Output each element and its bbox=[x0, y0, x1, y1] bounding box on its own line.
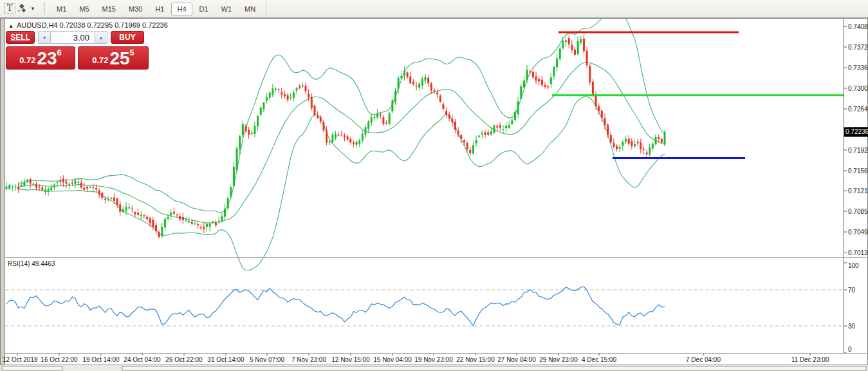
candle-body bbox=[224, 209, 226, 217]
candle-body bbox=[305, 86, 307, 91]
candle-body bbox=[14, 186, 16, 187]
candle-body bbox=[376, 113, 378, 118]
candle-body bbox=[284, 94, 286, 96]
tool-dropdown-caret[interactable]: ▼ bbox=[29, 3, 37, 15]
candle-body bbox=[272, 89, 273, 95]
chart-window-background bbox=[0, 18, 868, 371]
collapse-triangle-icon[interactable]: ▲ bbox=[8, 23, 14, 29]
date-axis-label: 24 Oct 04:00 bbox=[124, 356, 161, 363]
candle-body bbox=[382, 117, 384, 124]
date-axis-label: 4 Dec 15:00 bbox=[582, 356, 616, 363]
price-axis-label: 0.73720 bbox=[848, 44, 868, 51]
candle-body bbox=[371, 117, 373, 122]
price-axis-label: 0.71210 bbox=[848, 187, 868, 195]
candle-body bbox=[137, 213, 139, 214]
candle-body bbox=[607, 125, 609, 135]
text-tool-button[interactable]: T bbox=[4, 3, 15, 15]
price-axis-label: 0.70490 bbox=[848, 229, 868, 236]
scrollbar-track-segment[interactable] bbox=[2, 366, 62, 371]
candle-body bbox=[212, 222, 214, 222]
candle-body bbox=[173, 212, 175, 214]
rsi-indicator-label: RSI(14) 49.4463 bbox=[8, 260, 55, 267]
candle-body bbox=[287, 95, 289, 100]
sell-button-label: SELL bbox=[10, 33, 30, 42]
timeframe-button-M5[interactable]: M5 bbox=[73, 3, 95, 15]
candle-body bbox=[116, 198, 118, 205]
candle-body bbox=[496, 126, 498, 128]
date-axis-label: 7 Dec 04:00 bbox=[686, 356, 721, 363]
candle-body bbox=[485, 133, 486, 135]
candle-body bbox=[502, 129, 504, 130]
candle-body bbox=[349, 139, 351, 142]
volume-increase-button[interactable]: ▲ bbox=[95, 31, 107, 44]
candle-body bbox=[520, 86, 522, 99]
candle-body bbox=[421, 79, 423, 85]
candle-body bbox=[104, 199, 106, 200]
buy-price-base: 0.72 bbox=[92, 55, 108, 65]
timeframe-button-H1[interactable]: H1 bbox=[149, 3, 170, 15]
candle-body bbox=[469, 150, 471, 153]
candle-body bbox=[517, 101, 519, 114]
candle-body bbox=[326, 130, 328, 142]
date-axis-label: 11 Dec 23:00 bbox=[791, 356, 829, 363]
candle-body bbox=[95, 188, 97, 189]
buy-price-point: 5 bbox=[130, 48, 134, 57]
candle-body bbox=[586, 51, 588, 66]
candle-body bbox=[179, 216, 181, 219]
timeframe-button-H4[interactable]: H4 bbox=[171, 3, 192, 15]
candle-body bbox=[233, 167, 235, 186]
candle-body bbox=[48, 189, 50, 191]
trading-platform-window: 0.740800.737200.733600.730000.726400.722… bbox=[0, 0, 868, 371]
horizontal-scrollbar-thumb[interactable] bbox=[122, 366, 866, 371]
candle-body bbox=[613, 143, 614, 147]
sell-price-pips: 23 bbox=[37, 50, 57, 68]
candle-body bbox=[260, 108, 262, 115]
candle-body bbox=[439, 96, 441, 102]
date-axis-label: 16 Oct 22:00 bbox=[41, 356, 78, 363]
candle-body bbox=[445, 111, 447, 115]
candle-body bbox=[535, 77, 537, 81]
volume-decrease-button[interactable]: ▼ bbox=[38, 31, 51, 44]
candle-body bbox=[550, 77, 552, 84]
timeframe-button-M30[interactable]: M30 bbox=[123, 3, 148, 15]
candle-body bbox=[407, 72, 409, 77]
candle-body bbox=[643, 149, 645, 150]
volume-input[interactable]: 3.00 bbox=[51, 31, 95, 44]
trade-panel-price-row: 0.72 23 6 0.72 25 5 bbox=[6, 46, 149, 70]
candle-body bbox=[68, 184, 70, 185]
candle-body bbox=[149, 218, 151, 224]
candle-body bbox=[266, 97, 268, 100]
candle-body bbox=[80, 183, 82, 188]
objects-tool-button[interactable] bbox=[17, 3, 28, 15]
trade-panel-top-row: SELL ▼ 3.00 ▲ BUY bbox=[6, 31, 149, 44]
buy-price-button[interactable]: 0.72 25 5 bbox=[78, 46, 149, 70]
rsi-axis-label: 70 bbox=[848, 287, 856, 294]
sell-price-button[interactable]: 0.72 23 6 bbox=[6, 46, 75, 70]
candle-body bbox=[134, 212, 136, 214]
timeframe-button-W1[interactable]: W1 bbox=[216, 3, 238, 15]
candle-body bbox=[53, 185, 55, 188]
candle-body bbox=[71, 183, 73, 184]
sell-button[interactable]: SELL bbox=[6, 31, 35, 44]
timeframe-button-D1[interactable]: D1 bbox=[194, 3, 214, 15]
timeframe-button-MN[interactable]: MN bbox=[239, 3, 261, 15]
candle-body bbox=[637, 142, 639, 143]
timeframe-button-M15[interactable]: M15 bbox=[97, 3, 122, 15]
candle-body bbox=[589, 66, 591, 82]
candle-body bbox=[457, 131, 459, 135]
timeframe-button-M1[interactable]: M1 bbox=[51, 3, 72, 15]
candle-body bbox=[451, 119, 453, 122]
rsi-axis-label: 30 bbox=[848, 323, 856, 330]
candle-body bbox=[610, 135, 612, 142]
candle-body bbox=[194, 223, 196, 224]
candle-body bbox=[57, 182, 59, 183]
candle-body bbox=[499, 125, 501, 128]
toolbar-grip[interactable] bbox=[42, 3, 46, 15]
date-axis-label: 22 Nov 15:00 bbox=[456, 356, 495, 363]
buy-button[interactable]: BUY bbox=[111, 31, 144, 44]
candle-body bbox=[391, 100, 393, 111]
candle-body bbox=[658, 137, 660, 139]
candle-body bbox=[490, 131, 492, 135]
candle-body bbox=[188, 221, 190, 222]
candle-body bbox=[418, 84, 420, 88]
